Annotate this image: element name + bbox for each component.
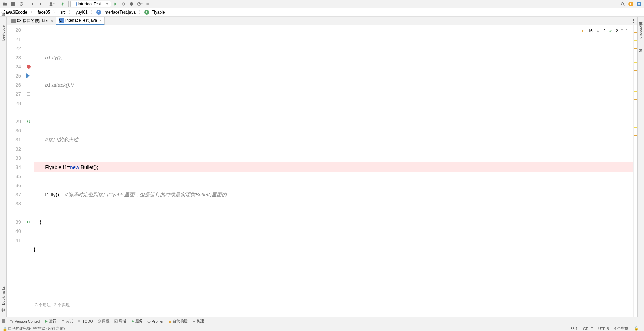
code-editor[interactable]: 202122232425262728 29303132333435363738 … bbox=[7, 25, 637, 317]
breadcrumb-file[interactable]: InterfaceTest.java bbox=[102, 9, 137, 15]
status-readonly-icon[interactable]: 🔓 bbox=[631, 326, 641, 331]
bottom-tool-bar: Version Control 运行 调试 TODO !问题 终端 服务 Pro… bbox=[0, 317, 644, 325]
status-bar: 🔒 自动构建完成但有错误 (片刻 之前) 35:1 CRLF UTF-8 4 个… bbox=[0, 325, 644, 331]
tool-version-control[interactable]: Version Control bbox=[10, 319, 40, 323]
tool-problems[interactable]: !问题 bbox=[98, 318, 110, 324]
gutter-icons: − ●↓ ●↓ − bbox=[24, 25, 34, 317]
tab-label: InterfaceTest.java bbox=[65, 18, 97, 23]
debug-icon[interactable] bbox=[120, 0, 127, 8]
status-position[interactable]: 35:1 bbox=[568, 327, 580, 331]
typo-icon: ✔ bbox=[609, 27, 612, 36]
breadcrumb-module[interactable]: face05 bbox=[36, 9, 51, 15]
svg-point-15 bbox=[148, 320, 150, 323]
profile-icon[interactable]: ▾ bbox=[136, 0, 143, 8]
stop-icon[interactable] bbox=[144, 0, 151, 8]
tool-leetcode[interactable]: Leetcode bbox=[1, 25, 5, 41]
forward-icon[interactable] bbox=[37, 0, 44, 8]
text-file-icon bbox=[11, 19, 16, 23]
tool-build[interactable]: 构建 bbox=[192, 318, 204, 324]
status-message: 自动构建完成但有错误 (片刻 之前) bbox=[6, 326, 568, 331]
open-icon[interactable] bbox=[1, 0, 9, 8]
tool-todo[interactable]: TODO bbox=[78, 319, 93, 323]
tab-file-1[interactable]: C InterfaceTest.java × bbox=[56, 17, 105, 25]
search-icon[interactable] bbox=[619, 0, 626, 8]
code-content[interactable]: ▲16 ▲2 ✔2 ˆ ˇ b1.fly(); b1.attack();*/ /… bbox=[34, 25, 633, 317]
class-icon: C bbox=[96, 10, 101, 15]
editor-tabs: 08-接口的使用.txt × C InterfaceTest.java × ⋮ bbox=[7, 17, 637, 25]
breadcrumb-root[interactable]: JavaSEcode bbox=[2, 9, 29, 15]
svg-point-0 bbox=[50, 2, 52, 4]
tool-jclasslib[interactable]: jclasslib bbox=[639, 25, 643, 39]
build-icon[interactable] bbox=[59, 0, 67, 8]
tool-menu-icon[interactable] bbox=[1, 319, 5, 323]
prev-highlight-icon[interactable]: ˆ bbox=[621, 27, 623, 36]
svg-rect-8 bbox=[2, 319, 5, 323]
ide-update-icon[interactable] bbox=[627, 0, 635, 8]
chevron-icon: 〉 bbox=[52, 9, 58, 15]
close-icon[interactable]: × bbox=[98, 18, 102, 22]
config-icon bbox=[73, 2, 77, 6]
tab-label: 08-接口的使用.txt bbox=[17, 18, 48, 24]
separator bbox=[27, 1, 27, 7]
breadcrumb: JavaSEcode 〉 face05 〉 src 〉 yuyi01 〉 C I… bbox=[0, 8, 644, 17]
interface-icon: I bbox=[144, 10, 149, 15]
fold-icon[interactable]: − bbox=[27, 92, 30, 96]
class-icon: C bbox=[59, 18, 64, 23]
code-line: //接口的多态性 bbox=[34, 137, 78, 142]
tool-terminal[interactable]: 终端 bbox=[114, 318, 126, 324]
status-encoding[interactable]: UTF-8 bbox=[596, 327, 612, 331]
error-stripe[interactable] bbox=[633, 25, 637, 317]
coverage-icon[interactable] bbox=[128, 0, 135, 8]
warn-count: 16 bbox=[588, 27, 592, 36]
user-dropdown-icon[interactable]: ▾ bbox=[48, 0, 55, 8]
breadcrumb-package[interactable]: yuyi01 bbox=[74, 9, 89, 15]
run-icon[interactable] bbox=[112, 0, 119, 8]
line-gutter: 202122232425262728 29303132333435363738 … bbox=[7, 25, 24, 317]
tab-file-0[interactable]: 08-接口的使用.txt × bbox=[8, 17, 56, 25]
chevron-icon: 〉 bbox=[68, 9, 74, 15]
warning-icon: ▲ bbox=[580, 27, 585, 36]
svg-point-7 bbox=[638, 3, 640, 4]
breakpoint-icon[interactable] bbox=[27, 65, 31, 69]
implementation-icon[interactable]: ●↓ bbox=[26, 220, 31, 224]
fold-icon[interactable]: − bbox=[27, 239, 30, 242]
tabs-menu-icon[interactable]: ⋮ bbox=[630, 18, 636, 23]
inspection-summary[interactable]: ▲16 ▲2 ✔2 ˆ ˇ bbox=[579, 26, 629, 37]
back-icon[interactable] bbox=[29, 0, 36, 8]
status-line-ending[interactable]: CRLF bbox=[580, 327, 596, 331]
save-all-icon[interactable] bbox=[9, 0, 17, 8]
tool-run[interactable]: 运行 bbox=[45, 318, 56, 324]
separator bbox=[153, 1, 153, 7]
next-highlight-icon[interactable]: ˇ bbox=[626, 27, 627, 36]
tool-services[interactable]: 服务 bbox=[131, 318, 143, 324]
code-line: Flyable f1=new Bullet(); bbox=[34, 162, 633, 172]
chevron-icon: 〉 bbox=[29, 9, 35, 15]
main-toolbar: ▾ InterfaceTest ▼ ▾ bbox=[0, 0, 644, 8]
run-config-selector[interactable]: InterfaceTest ▼ bbox=[70, 1, 111, 7]
dropdown-icon: ▼ bbox=[106, 2, 109, 5]
chevron-icon: 〉 bbox=[90, 9, 96, 15]
editor-area: 08-接口的使用.txt × C InterfaceTest.java × ⋮ … bbox=[7, 17, 637, 317]
implementation-icon[interactable]: ●↓ bbox=[26, 119, 31, 124]
sync-icon[interactable] bbox=[18, 0, 25, 8]
tool-bookmarks[interactable]: Bookmarks bbox=[1, 286, 5, 305]
tool-profiler[interactable]: Profiler bbox=[147, 319, 164, 323]
breadcrumb-src[interactable]: src bbox=[59, 9, 67, 15]
tool-debug[interactable]: 调试 bbox=[61, 318, 73, 324]
code-line bbox=[34, 272, 633, 281]
ok-count: 2 bbox=[616, 27, 618, 36]
code-line: f1.fly(); //编译时定位到接口Flyable里面，但是运行的时候是实现… bbox=[34, 190, 633, 199]
code-line: b1.fly(); bbox=[34, 54, 62, 60]
status-indent[interactable]: 4 个空格 bbox=[612, 326, 631, 331]
svg-point-4 bbox=[621, 2, 624, 5]
breadcrumb-symbol[interactable]: Flyable bbox=[150, 9, 166, 15]
svg-text:!: ! bbox=[99, 320, 100, 322]
code-line: } bbox=[34, 245, 633, 254]
usages-hint[interactable]: 3 个用法 2 个实现 bbox=[34, 303, 70, 307]
separator bbox=[46, 1, 46, 7]
tool-auto-build[interactable]: 自动构建 bbox=[168, 318, 188, 324]
svg-point-11 bbox=[62, 320, 64, 322]
settings-ide-icon[interactable] bbox=[635, 0, 643, 8]
close-icon[interactable]: × bbox=[50, 19, 53, 23]
lock-icon[interactable]: 🔒 bbox=[3, 327, 6, 330]
